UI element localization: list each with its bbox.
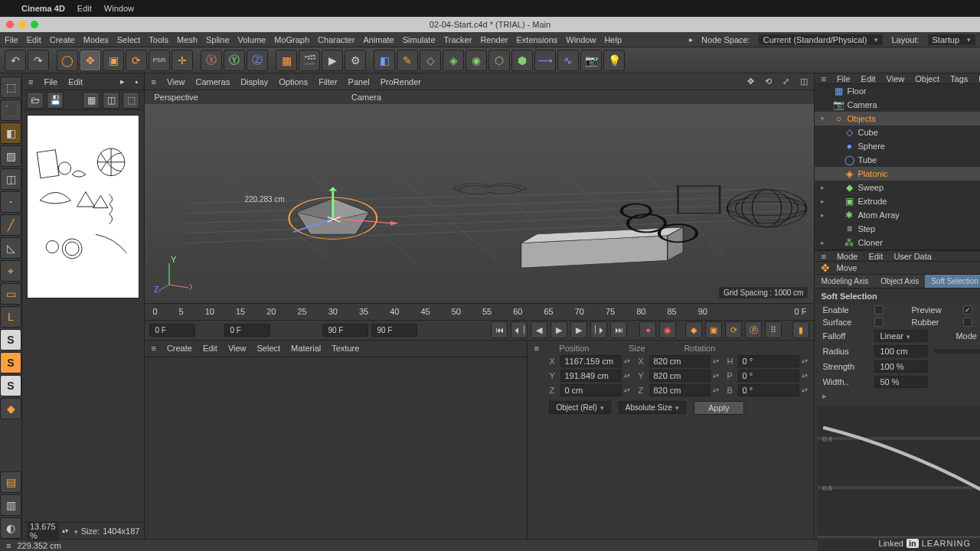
pos-y[interactable]: 191.849 cm [560,370,622,382]
tab-modeling-axis[interactable]: Modeling Axis [815,275,874,288]
menu-edit[interactable]: Edit [27,35,41,44]
move-tool[interactable]: ✥ [80,50,101,71]
snap-3[interactable]: S [0,375,21,396]
minimize-icon[interactable] [18,21,26,28]
vp-nav-icon4[interactable]: ◫ [800,77,808,86]
om-tags[interactable]: Tags [950,74,968,83]
rot-p[interactable]: 0 ° [738,370,799,382]
apply-button[interactable]: Apply [694,401,744,415]
record-key[interactable]: ● [639,321,656,338]
vp-filter[interactable]: Filter [318,77,337,86]
nodespace-select[interactable]: Current (Standard/Physical) [759,34,884,45]
menu-window[interactable]: Window [566,35,596,44]
vp-display[interactable]: Display [240,77,268,86]
select-tool[interactable]: ◯ [57,50,78,71]
rot-b[interactable]: 0 ° [738,384,799,396]
goto-prevkey[interactable]: ⏴⏐ [511,321,528,338]
om-object[interactable]: Object [915,74,939,83]
hamburger-icon[interactable]: ≡ [151,77,155,86]
step-back[interactable]: ◀ [531,321,547,338]
render-view[interactable]: ▦ [276,50,297,71]
lp-arrow-icon[interactable]: ▸ [120,77,125,86]
om-file[interactable]: File [837,74,851,83]
hamburger-icon[interactable]: ≡ [151,344,155,353]
snap-2[interactable]: S [0,352,21,373]
vp-panel[interactable]: Panel [348,77,370,86]
am-userdata[interactable]: User Data [893,252,932,261]
app-name[interactable]: Cinema 4D [21,4,65,13]
strength-field[interactable]: 100 % [874,360,928,373]
vp-cameras[interactable]: Cameras [196,77,230,86]
goto-start[interactable]: ⏮ [491,321,508,338]
size-y[interactable]: 820 cm [649,370,710,382]
mac-menu-edit[interactable]: Edit [77,4,92,13]
zoom-dropdown[interactable] [71,527,78,536]
menu-spline[interactable]: Spline [206,35,230,44]
object-row[interactable]: ●Sphere▫✓● [815,139,980,153]
undo-button[interactable]: ↶ [5,50,26,71]
mat-select[interactable]: Select [257,344,281,353]
last-tool[interactable]: PSR [149,50,170,71]
am-edit[interactable]: Edit [868,252,883,261]
preview-checkbox[interactable] [963,305,972,315]
uv-mode[interactable]: ▭ [0,283,21,305]
mat-view[interactable]: View [228,344,247,353]
tab-object-axis[interactable]: Object Axis [874,275,925,288]
falloff-graph[interactable]: 0.8 0.6 [818,406,980,551]
radius-slider[interactable] [934,349,980,354]
layer-2[interactable]: ▥ [0,494,21,516]
play-render[interactable]: ▶ [322,50,343,71]
am-mode[interactable]: Mode [837,252,858,261]
menu-extensions[interactable]: Extensions [516,35,557,44]
timeline-ruler[interactable]: 051015202530354045505560657075808590 0 F [145,304,814,321]
vp-nav-icon[interactable]: ✥ [747,77,754,86]
object-row[interactable]: ◈Platonic▫✓● [815,167,980,181]
object-row[interactable]: ▦Floor▫✓ [815,84,980,98]
surface-checkbox[interactable] [874,318,884,327]
menu-simulate[interactable]: Simulate [403,35,436,44]
hamburger-icon[interactable]: ≡ [821,74,825,83]
lp-icon-3[interactable]: ▦ [83,92,100,109]
menu-mograph[interactable]: MoGraph [274,35,309,44]
rotate-tool[interactable]: ⟳ [126,50,147,71]
scale-tool[interactable]: ▣ [103,50,124,71]
menu-tracker[interactable]: Tracker [444,35,472,44]
menu-help[interactable]: Help [604,35,622,44]
autokey[interactable]: ◉ [659,321,676,338]
snap-1[interactable]: S [0,329,21,350]
close-icon[interactable] [6,21,14,28]
play-back[interactable]: ▶ [550,321,567,338]
lp-icon-5[interactable]: ⬚ [122,92,139,109]
cloner[interactable]: ⬢ [511,50,533,71]
menu-tools[interactable]: Tools [149,35,168,44]
spline-pen[interactable]: ✎ [397,50,418,71]
make-editable[interactable]: ⬚ [0,77,21,98]
project-end[interactable]: 90 F [371,324,417,337]
hamburger-icon[interactable]: ≡ [534,344,538,353]
edge-mode[interactable]: ╱ [0,214,21,236]
z-axis[interactable]: Ⓩ [247,50,268,71]
light-add[interactable]: 💡 [603,50,625,71]
hamburger-icon[interactable]: ≡ [6,541,11,550]
menu-mesh[interactable]: Mesh [177,35,198,44]
tab-soft-selection[interactable]: Soft Selection [925,275,980,288]
object-row[interactable]: ▸✱Atom Array▫✓ [815,208,980,222]
normal-mode[interactable]: L [0,306,21,328]
object-row[interactable]: ▸⁂Cloner▫✓ [815,236,980,249]
key-param[interactable]: Ⓟ [745,321,762,338]
menu-character[interactable]: Character [318,35,354,44]
size-x[interactable]: 820 cm [649,355,710,367]
step-forward[interactable]: ⏐⏵ [590,321,607,338]
layout-select[interactable]: Startup [928,34,975,45]
menu-modes[interactable]: Modes [83,35,109,44]
instance[interactable]: ⬡ [488,50,510,71]
range-end[interactable]: 90 F [322,324,368,337]
render-region[interactable]: 🎬 [299,50,320,71]
vp-options[interactable]: Options [279,77,308,86]
point-mode[interactable]: ⬝ [0,191,21,213]
generator[interactable]: ◇ [420,50,441,71]
deformer[interactable]: ⟶ [534,50,556,71]
lp-edit[interactable]: Edit [68,77,83,86]
vp-nav-icon2[interactable]: ⟲ [765,77,772,86]
mat-material[interactable]: Material [291,344,321,353]
